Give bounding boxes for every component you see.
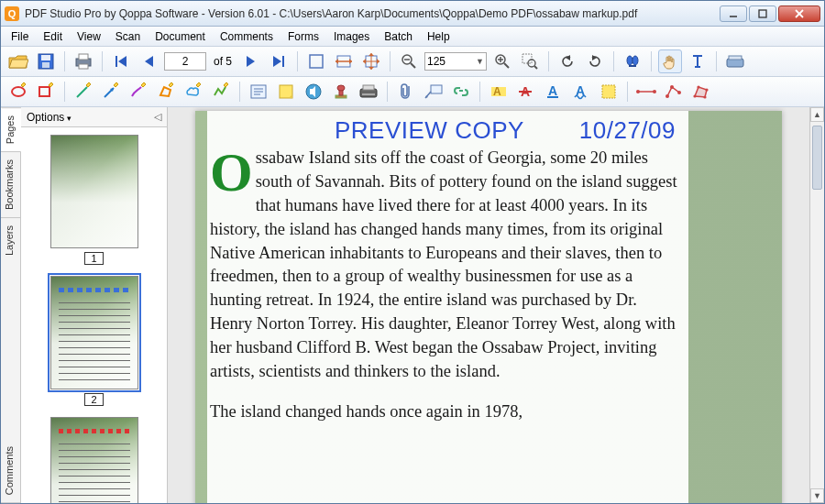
- area-tool-button[interactable]: [689, 80, 713, 104]
- polyline-tool-button[interactable]: [209, 80, 233, 104]
- separator: [64, 82, 65, 102]
- scroll-track[interactable]: [810, 122, 824, 488]
- text-select-tool-button[interactable]: [686, 49, 710, 73]
- thumbnail-item[interactable]: 1: [28, 135, 160, 265]
- separator: [479, 82, 480, 102]
- rotate-cw-button[interactable]: [583, 49, 607, 73]
- svg-point-93: [653, 90, 656, 93]
- watermark-text: PREVIEW COPY: [335, 116, 524, 145]
- zoom-in-button[interactable]: [490, 49, 514, 73]
- menu-forms[interactable]: Forms: [281, 28, 325, 45]
- thumbnail-page-1[interactable]: [50, 135, 138, 248]
- maximize-button[interactable]: [749, 5, 776, 22]
- vertical-scrollbar[interactable]: ▲ ▼: [809, 107, 824, 503]
- menu-batch[interactable]: Batch: [378, 28, 419, 45]
- scroll-up-button[interactable]: ▲: [810, 107, 824, 122]
- paragraph-1: Ossabaw Island sits off the coast of Geo…: [210, 147, 681, 384]
- arrow-tool-button[interactable]: [99, 80, 123, 104]
- attach-file-button[interactable]: [394, 80, 418, 104]
- open-button[interactable]: [6, 49, 30, 73]
- thumbnail-page-2[interactable]: [50, 276, 138, 389]
- menu-scan[interactable]: Scan: [109, 28, 147, 45]
- fit-page-button[interactable]: [359, 49, 383, 73]
- next-page-button[interactable]: [239, 49, 263, 73]
- svg-line-31: [411, 63, 415, 68]
- menu-help[interactable]: Help: [421, 28, 456, 45]
- document-viewport[interactable]: PREVIEW COPY 10/27/09 Ossabaw Island sit…: [168, 107, 824, 503]
- first-page-button[interactable]: [109, 49, 133, 73]
- page-number-input[interactable]: [164, 52, 206, 71]
- last-page-button[interactable]: [267, 49, 291, 73]
- page-count-label: of 5: [210, 55, 236, 68]
- sidetab-bookmarks[interactable]: Bookmarks: [1, 151, 20, 217]
- thumbnail-item[interactable]: 3: [28, 417, 160, 503]
- perimeter-tool-button[interactable]: [662, 80, 686, 104]
- squiggly-text-button[interactable]: A: [569, 80, 593, 104]
- cloud-tool-button[interactable]: [182, 80, 205, 104]
- minimize-button[interactable]: [720, 5, 747, 22]
- circle-tool-button[interactable]: [6, 80, 30, 104]
- typewriter-button[interactable]: [357, 80, 380, 104]
- svg-marker-63: [196, 82, 201, 87]
- menu-view[interactable]: View: [71, 28, 107, 45]
- hand-tool-button[interactable]: [658, 49, 682, 73]
- svg-rect-7: [41, 55, 50, 60]
- save-button[interactable]: [34, 49, 58, 73]
- thumbnails-options-menu[interactable]: Options: [27, 111, 72, 124]
- sidetab-comments[interactable]: Comments: [1, 439, 20, 503]
- rotate-ccw-button[interactable]: [556, 49, 579, 73]
- scroll-down-button[interactable]: ▼: [810, 488, 824, 503]
- zoom-out-button[interactable]: [397, 49, 421, 73]
- sidetab-layers[interactable]: Layers: [1, 217, 20, 263]
- scan-button[interactable]: [723, 49, 747, 73]
- menu-document[interactable]: Document: [148, 28, 212, 45]
- pencil-tool-button[interactable]: [126, 80, 150, 104]
- thumbnail-page-3[interactable]: [50, 417, 138, 503]
- search-button[interactable]: [621, 49, 644, 73]
- menu-edit[interactable]: Edit: [37, 28, 69, 45]
- svg-marker-26: [368, 53, 374, 56]
- actual-size-button[interactable]: [304, 49, 328, 73]
- close-button[interactable]: [778, 5, 820, 22]
- line-tool-button[interactable]: [72, 80, 95, 104]
- svg-point-100: [705, 88, 708, 91]
- link-button[interactable]: [449, 80, 473, 104]
- distance-tool-button[interactable]: [634, 80, 658, 104]
- page-content: PREVIEW COPY 10/27/09 Ossabaw Island sit…: [210, 116, 681, 424]
- stamp-button[interactable]: [329, 80, 353, 104]
- sticky-note-button[interactable]: [274, 80, 298, 104]
- prev-page-button[interactable]: [137, 49, 160, 73]
- side-tab-strip: Pages Bookmarks Layers Comments: [1, 107, 21, 503]
- titlebar[interactable]: Q PDF Studio Pro by Qoppa Software - Ver…: [1, 1, 824, 27]
- area-highlight-button[interactable]: [597, 80, 621, 104]
- thumbnails-list[interactable]: 1 2 3: [21, 127, 167, 503]
- sound-button[interactable]: [302, 80, 325, 104]
- pdf-page[interactable]: PREVIEW COPY 10/27/09 Ossabaw Island sit…: [195, 111, 782, 503]
- collapse-panel-button[interactable]: ◁: [154, 111, 161, 123]
- text-box-button[interactable]: [247, 80, 270, 104]
- strikeout-text-button[interactable]: A: [514, 80, 538, 104]
- highlight-text-button[interactable]: A: [487, 80, 511, 104]
- separator: [102, 51, 103, 71]
- svg-marker-14: [145, 56, 153, 67]
- sidetab-pages[interactable]: Pages: [1, 107, 21, 151]
- window-title: PDF Studio Pro by Qoppa Software - Versi…: [25, 7, 720, 20]
- thumbnail-item[interactable]: 2: [28, 276, 160, 406]
- print-button[interactable]: [72, 49, 95, 73]
- callout-button[interactable]: [422, 80, 446, 104]
- fit-width-button[interactable]: [332, 49, 356, 73]
- zoom-select[interactable]: 125▼: [424, 52, 487, 71]
- separator: [627, 82, 628, 102]
- square-tool-button[interactable]: [34, 80, 58, 104]
- underline-text-button[interactable]: A: [542, 80, 566, 104]
- menu-images[interactable]: Images: [327, 28, 376, 45]
- scroll-thumb[interactable]: [812, 126, 822, 190]
- app-icon: Q: [5, 6, 19, 21]
- menu-file[interactable]: File: [5, 28, 35, 45]
- svg-marker-15: [247, 56, 255, 67]
- toolbar-annotations: A A A A: [1, 77, 824, 107]
- svg-marker-62: [169, 82, 173, 87]
- polygon-tool-button[interactable]: [154, 80, 178, 104]
- menu-comments[interactable]: Comments: [214, 28, 280, 45]
- marquee-zoom-button[interactable]: [518, 49, 542, 73]
